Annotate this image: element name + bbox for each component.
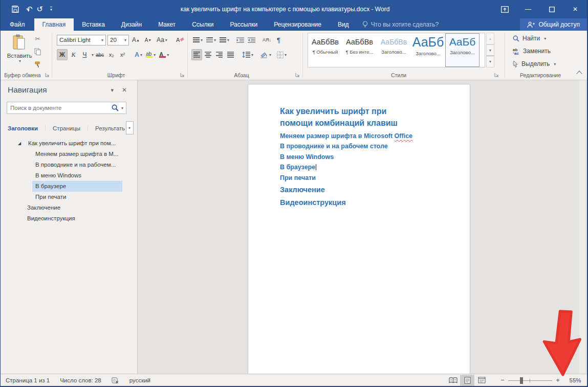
shrink-font-button[interactable]: А▼ — [143, 34, 154, 45]
nav-tab-results[interactable]: Результаты — [88, 125, 125, 131]
maximize-icon[interactable] — [540, 0, 563, 18]
sort-button[interactable]: АЯ↓ — [261, 34, 273, 45]
nav-heading-item[interactable]: ◢Как увеличить шрифт при пом... — [1, 138, 137, 149]
customize-qat-button[interactable]: ▾ — [50, 7, 52, 12]
language-indicator[interactable]: русский — [124, 377, 156, 383]
tab-design[interactable]: Дизайн — [113, 18, 150, 31]
find-button[interactable]: Найти ▾ — [513, 35, 546, 42]
close-icon[interactable]: ✕ — [563, 0, 587, 18]
nav-pane-close-icon[interactable]: ✕ — [118, 86, 131, 94]
tab-layout[interactable]: Макет — [150, 18, 184, 31]
nav-pane-options-icon[interactable]: ▾ — [106, 87, 118, 94]
tab-view[interactable]: Вид — [330, 18, 357, 31]
proofing-status-icon[interactable] — [106, 377, 124, 384]
grow-font-button[interactable]: А▲ — [130, 34, 141, 45]
font-color-button[interactable]: А▾ — [158, 49, 170, 60]
page-indicator[interactable]: Страница 1 из 1 — [1, 377, 55, 383]
numbering-button[interactable]: ▾ — [205, 34, 217, 45]
nav-heading-item-selected[interactable]: В браузере — [32, 181, 122, 192]
document-page[interactable]: Как увеличить шрифт при помощи комбинаци… — [248, 84, 470, 374]
justify-button[interactable] — [225, 49, 236, 60]
style-no-spacing[interactable]: АаБбВв ¶ Без инте... — [342, 33, 377, 67]
tell-me-box[interactable]: Что вы хотите сделать? — [357, 18, 444, 31]
select-button[interactable]: Выделить ▾ — [513, 60, 556, 67]
font-dialog-launcher-icon[interactable] — [180, 73, 185, 78]
highlight-color-button[interactable]: ab▾ — [144, 49, 157, 60]
align-right-button[interactable] — [214, 49, 225, 60]
nav-tab-headings[interactable]: Заголовки — [1, 125, 46, 131]
document-search-box[interactable]: ▾ — [7, 102, 126, 114]
font-name-combo[interactable]: Calibri Light▾ — [57, 35, 106, 45]
text-effects-button[interactable]: А▾ — [133, 49, 144, 60]
paste-dropdown-icon[interactable]: ▾ — [19, 59, 21, 63]
align-center-button[interactable] — [203, 49, 213, 60]
zoom-percentage[interactable]: 55% — [563, 377, 587, 383]
copy-icon[interactable] — [32, 47, 43, 57]
paragraph-dialog-launcher-icon[interactable] — [295, 73, 300, 78]
superscript-button[interactable]: x² — [117, 49, 128, 60]
clear-formatting-button[interactable]: А — [175, 34, 186, 45]
tab-references[interactable]: Ссылки — [184, 18, 222, 31]
style-heading-2[interactable]: АаБб Заголово... — [445, 33, 480, 67]
strikethrough-button[interactable]: abc — [94, 49, 105, 60]
underline-dropdown-icon[interactable]: ▾ — [92, 53, 94, 57]
bullets-button[interactable]: ▾ — [191, 34, 204, 45]
line-spacing-button[interactable]: ▾ — [241, 49, 255, 60]
select-dropdown-icon[interactable]: ▾ — [554, 62, 556, 66]
style-heading-1[interactable]: АаБб Заголово... — [411, 33, 445, 67]
align-left-button[interactable] — [191, 49, 202, 60]
zoom-slider[interactable] — [508, 377, 552, 384]
decrease-indent-button[interactable] — [235, 34, 246, 45]
gallery-scroll-down-icon[interactable]: ▼ — [486, 44, 494, 56]
read-mode-icon[interactable] — [446, 375, 460, 386]
underline-button[interactable]: Ч — [79, 49, 90, 60]
italic-button[interactable]: К — [68, 49, 79, 60]
search-options-dropdown-icon[interactable]: ▾ — [121, 106, 123, 110]
tab-insert[interactable]: Вставка — [74, 18, 113, 31]
tab-review[interactable]: Рецензирование — [266, 18, 330, 31]
web-layout-icon[interactable] — [474, 375, 489, 386]
show-marks-button[interactable]: ¶ — [273, 34, 284, 45]
tab-home[interactable]: Главная — [34, 18, 74, 31]
nav-tabs-scroll-right-icon[interactable]: ▸ — [126, 121, 134, 134]
find-dropdown-icon[interactable]: ▾ — [544, 36, 546, 41]
style-heading-light[interactable]: АаБбВв Заголово... — [377, 33, 411, 67]
cut-icon[interactable]: ✂ — [32, 34, 43, 44]
minimize-icon[interactable]: — — [516, 0, 540, 18]
bold-button[interactable]: Ж — [57, 49, 68, 60]
nav-tab-pages[interactable]: Страницы — [46, 125, 88, 131]
gallery-more-icon[interactable]: ▼ — [486, 56, 494, 67]
change-case-button[interactable]: Аа▾ — [155, 34, 169, 45]
shading-button[interactable]: ▾ — [258, 49, 273, 60]
nav-heading-item[interactable]: Заключение — [1, 202, 137, 213]
nav-heading-item[interactable]: В меню Windows — [1, 170, 137, 181]
nav-heading-item[interactable]: При печати — [1, 192, 137, 202]
style-normal[interactable]: АаБбВв ¶ Обычный — [308, 33, 342, 67]
subscript-button[interactable]: x₂ — [106, 49, 117, 60]
ribbon-display-options-icon[interactable] — [493, 0, 516, 18]
print-layout-icon[interactable] — [460, 375, 474, 386]
increase-indent-button[interactable] — [246, 34, 257, 45]
paste-button[interactable]: Вставить ▾ — [8, 34, 31, 71]
styles-dialog-launcher-icon[interactable] — [494, 73, 499, 78]
borders-button[interactable]: ▾ — [275, 49, 288, 60]
redo-button[interactable]: ↺ — [37, 5, 43, 14]
word-count[interactable]: Число слов: 28 — [55, 377, 106, 383]
undo-button[interactable]: ↶▾ — [26, 5, 30, 14]
save-icon[interactable] — [12, 6, 19, 13]
multilevel-list-button[interactable]: ▾ — [218, 34, 231, 45]
zoom-slider-thumb[interactable] — [520, 377, 523, 384]
nav-heading-item[interactable]: Видеоинструкция — [1, 213, 137, 224]
format-painter-icon[interactable] — [32, 59, 43, 70]
nav-heading-item[interactable]: Меняем размер шрифта в М... — [1, 149, 137, 160]
collapse-triangle-icon[interactable]: ◢ — [18, 138, 21, 149]
share-button[interactable]: Общий доступ — [520, 18, 587, 31]
search-input[interactable] — [7, 105, 112, 111]
replace-button[interactable]: abac Заменить — [513, 48, 551, 55]
tab-file[interactable]: Файл — [1, 18, 34, 31]
zoom-in-icon[interactable]: + — [552, 376, 563, 384]
nav-heading-item[interactable]: В проводнике и на рабочем... — [1, 160, 137, 170]
tab-mailings[interactable]: Рассылки — [222, 18, 266, 31]
collapse-ribbon-icon[interactable] — [576, 71, 582, 76]
zoom-out-icon[interactable]: − — [497, 376, 508, 384]
